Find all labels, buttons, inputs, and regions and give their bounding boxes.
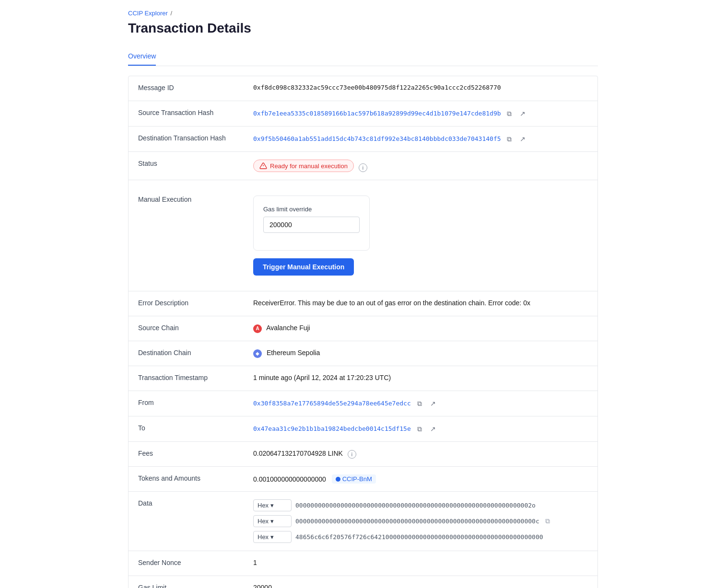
value-sender-nonce: 1 [244, 551, 597, 574]
label-message-id: Message ID [129, 76, 244, 99]
tokens-amount: 0.001000000000000000 [253, 475, 326, 483]
value-dest-chain: ◆ Ethereum Sepolia [244, 341, 597, 365]
label-tokens: Tokens and Amounts [129, 467, 244, 490]
value-data: Hex ▾ 0000000000000000000000000000000000… [244, 492, 597, 551]
table-row: Message ID 0xf8dc098c832332ac59ccc73ee00… [129, 76, 597, 101]
value-message-id: 0xf8dc098c832332ac59ccc73ee00b480975d8f1… [244, 76, 597, 99]
ccip-badge: CCIP-BnM [332, 474, 376, 484]
table-row: Fees 0.020647132170704928 LINK i [129, 442, 597, 467]
external-source-tx-icon[interactable]: ↗ [518, 109, 527, 118]
fees-info-icon[interactable]: i [348, 450, 356, 459]
breadcrumb: CCIP Explorer / [128, 10, 598, 17]
value-timestamp: 1 minute ago (April 12, 2024 at 17:20:23… [244, 366, 597, 389]
gas-limit-label: Gas limit override [263, 206, 360, 213]
hex-chevron-icon-2: ▾ [270, 533, 274, 541]
table-row: Sender Nonce 1 [129, 551, 597, 576]
table-row: Manual Execution Gas limit override Trig… [129, 180, 597, 291]
value-fees: 0.020647132170704928 LINK i [244, 442, 597, 466]
table-row: Data Hex ▾ 00000000000000000000000000000… [129, 492, 597, 551]
status-badge-label: Ready for manual execution [270, 162, 348, 170]
label-gas-limit: Gas Limit [129, 576, 244, 588]
table-row: Source Transaction Hash 0xfb7e1eea5335c0… [129, 101, 597, 127]
source-tx-hash-link[interactable]: 0xfb7e1eea5335c018589166b1ac597b618a9289… [253, 110, 501, 117]
hex-value-2: 48656c6c6f20576f726c64210000000000000000… [295, 533, 543, 541]
label-timestamp: Transaction Timestamp [129, 366, 244, 389]
dest-tx-hash-link[interactable]: 0x9f5b50460a1ab551add15dc4b743c81df992e3… [253, 135, 501, 142]
table-row: Transaction Timestamp 1 minute ago (Apri… [129, 366, 597, 391]
tab-overview[interactable]: Overview [128, 47, 156, 66]
fees-value: 0.020647132170704928 LINK [253, 450, 343, 457]
value-manual-execution: Gas limit override Trigger Manual Execut… [244, 188, 597, 283]
page-title: Transaction Details [128, 21, 598, 36]
table-row: Tokens and Amounts 0.001000000000000000 … [129, 467, 597, 492]
hex-format-label-0: Hex [258, 502, 269, 509]
label-source-tx-hash: Source Transaction Hash [129, 101, 244, 124]
label-sender-nonce: Sender Nonce [129, 551, 244, 574]
details-table: Message ID 0xf8dc098c832332ac59ccc73ee00… [128, 76, 598, 588]
value-status: Ready for manual execution i [244, 152, 597, 180]
dest-chain-name: Ethereum Sepolia [267, 349, 320, 357]
label-data: Data [129, 492, 244, 515]
label-source-chain: Source Chain [129, 316, 244, 339]
status-info-icon[interactable]: i [359, 163, 367, 172]
table-row: Error Description ReceiverError. This ma… [129, 291, 597, 316]
label-from: From [129, 391, 244, 414]
value-gas-limit: 20000 [244, 576, 597, 588]
value-source-tx-hash: 0xfb7e1eea5335c018589166b1ac597b618a9289… [244, 101, 597, 126]
label-manual-execution: Manual Execution [129, 188, 244, 211]
label-dest-chain: Destination Chain [129, 341, 244, 364]
value-tokens: 0.001000000000000000 CCIP-BnM [244, 467, 597, 491]
external-to-icon[interactable]: ↗ [428, 424, 438, 434]
label-dest-tx-hash: Destination Transaction Hash [129, 127, 244, 150]
hex-value-0: 0000000000000000000000000000000000000000… [295, 502, 536, 509]
hex-format-select-2[interactable]: Hex ▾ [253, 531, 292, 543]
ethereum-icon: ◆ [253, 349, 262, 358]
table-row: Gas Limit 20000 [129, 576, 597, 588]
external-from-icon[interactable]: ↗ [428, 399, 438, 408]
manual-execution-box: Gas limit override [253, 196, 370, 251]
table-row: Status Ready for manual execution i [129, 152, 597, 180]
status-badge: Ready for manual execution [253, 160, 354, 172]
copy-to-icon[interactable]: ⧉ [415, 424, 424, 434]
warning-icon [259, 162, 267, 170]
copy-from-icon[interactable]: ⧉ [415, 399, 424, 408]
value-from: 0x30f8358a7e17765894de55e294a78ee645e7ed… [244, 391, 597, 416]
label-fees: Fees [129, 442, 244, 465]
gas-limit-input[interactable] [263, 217, 360, 233]
source-chain-name: Avalanche Fuji [266, 324, 310, 332]
table-row: Destination Chain ◆ Ethereum Sepolia [129, 341, 597, 366]
to-address-link[interactable]: 0x47eaa31c9e2b1b1ba19824bedcbe0014c15df1… [253, 425, 411, 432]
breadcrumb-separator: / [170, 10, 172, 17]
label-to: To [129, 416, 244, 439]
hex-chevron-icon-1: ▾ [270, 518, 274, 525]
data-hex-row-0: Hex ▾ 0000000000000000000000000000000000… [253, 499, 588, 511]
hex-format-select-1[interactable]: Hex ▾ [253, 515, 292, 527]
copy-dest-tx-icon[interactable]: ⧉ [504, 134, 514, 144]
label-error-description: Error Description [129, 291, 244, 314]
table-row: To 0x47eaa31c9e2b1b1ba19824bedcbe0014c15… [129, 416, 597, 442]
hex-value-1: 0000000000000000000000000000000000000000… [295, 518, 539, 525]
page-wrapper: CCIP Explorer / Transaction Details Over… [109, 0, 617, 588]
avalanche-icon: A [253, 324, 262, 333]
copy-hex-1-icon[interactable]: ⧉ [545, 517, 550, 525]
from-address-link[interactable]: 0x30f8358a7e17765894de55e294a78ee645e7ed… [253, 400, 411, 407]
external-dest-tx-icon[interactable]: ↗ [518, 134, 527, 144]
data-hex-row-2: Hex ▾ 48656c6c6f20576f726c64210000000000… [253, 531, 588, 543]
trigger-manual-execution-button[interactable]: Trigger Manual Execution [253, 258, 354, 276]
data-hex-row-1: Hex ▾ 0000000000000000000000000000000000… [253, 515, 588, 527]
hex-format-select-0[interactable]: Hex ▾ [253, 499, 292, 511]
label-status: Status [129, 152, 244, 175]
breadcrumb-parent-link[interactable]: CCIP Explorer [128, 10, 168, 17]
value-source-chain: A Avalanche Fuji [244, 316, 597, 340]
table-row: Destination Transaction Hash 0x9f5b50460… [129, 127, 597, 152]
table-row: Source Chain A Avalanche Fuji [129, 316, 597, 341]
tabs-container: Overview [128, 47, 598, 66]
table-row: From 0x30f8358a7e17765894de55e294a78ee64… [129, 391, 597, 416]
value-dest-tx-hash: 0x9f5b50460a1ab551add15dc4b743c81df992e3… [244, 127, 597, 151]
value-error-description: ReceiverError. This may be due to an out… [244, 291, 597, 314]
copy-source-tx-icon[interactable]: ⧉ [504, 109, 514, 118]
ccip-token-name: CCIP-BnM [342, 475, 372, 483]
hex-format-label-1: Hex [258, 518, 269, 525]
hex-chevron-icon-0: ▾ [270, 502, 274, 509]
value-to: 0x47eaa31c9e2b1b1ba19824bedcbe0014c15df1… [244, 416, 597, 441]
